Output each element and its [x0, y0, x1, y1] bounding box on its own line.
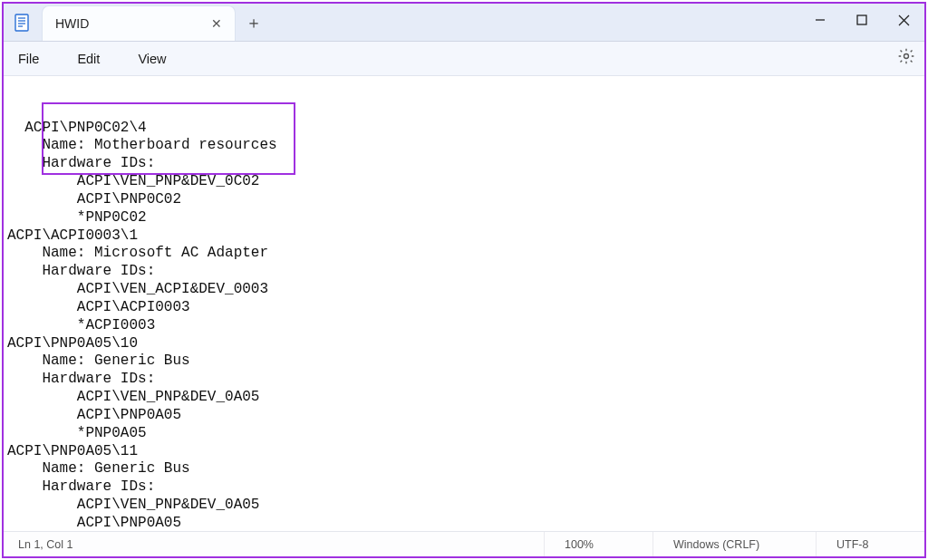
- svg-rect-6: [857, 15, 866, 24]
- menu-file[interactable]: File: [13, 48, 44, 70]
- settings-button[interactable]: [897, 47, 915, 68]
- close-window-button[interactable]: [883, 4, 924, 36]
- status-encoding[interactable]: UTF-8: [816, 532, 924, 556]
- tab-title: HWID: [55, 16, 89, 31]
- close-tab-icon[interactable]: ✕: [211, 16, 222, 31]
- titlebar: HWID ✕ ＋: [4, 4, 924, 42]
- notepad-window: HWID ✕ ＋ File Edit View ACPI\P: [2, 2, 926, 558]
- minimize-button[interactable]: [799, 4, 841, 36]
- status-position: Ln 1, Col 1: [4, 538, 544, 551]
- svg-rect-0: [15, 14, 28, 31]
- app-icon: [4, 4, 42, 41]
- window-controls: [799, 4, 924, 36]
- maximize-button[interactable]: [841, 4, 883, 36]
- statusbar: Ln 1, Col 1 100% Windows (CRLF) UTF-8: [4, 531, 924, 556]
- document-tab[interactable]: HWID ✕: [42, 5, 236, 41]
- highlight-annotation: [42, 102, 295, 175]
- menu-edit[interactable]: Edit: [72, 48, 105, 70]
- svg-point-9: [904, 54, 909, 59]
- text-editor[interactable]: ACPI\PNP0C02\4 Name: Motherboard resourc…: [4, 76, 924, 531]
- menubar: File Edit View: [4, 42, 924, 76]
- new-tab-button[interactable]: ＋: [236, 4, 272, 41]
- status-zoom[interactable]: 100%: [544, 532, 652, 556]
- menu-view[interactable]: View: [132, 48, 171, 70]
- status-line-ending[interactable]: Windows (CRLF): [652, 532, 816, 556]
